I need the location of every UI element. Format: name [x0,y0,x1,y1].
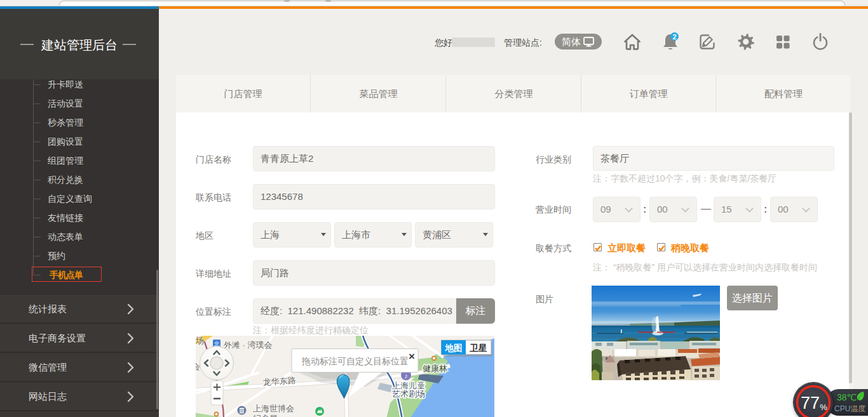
svg-text:上海世博会: 上海世博会 [253,404,294,413]
svg-text:场: 场 [196,336,204,345]
svg-text:地图: 地图 [445,343,463,353]
svg-text:%: % [820,402,827,412]
svg-text:2: 2 [672,33,676,41]
svg-text:卫星: 卫星 [470,343,488,353]
svg-text:外滩 · 湾璞会: 外滩 · 湾璞会 [223,340,273,350]
svg-text:×: × [409,350,415,362]
svg-text:♪: ♪ [404,372,408,380]
svg-text:艺术剧场: 艺术剧场 [392,389,425,399]
svg-text:健康林: 健康林 [423,364,447,373]
svg-text:会: 会 [196,362,200,371]
svg-text:纪念展: 纪念展 [253,414,278,417]
svg-text:拖动标注可自定义目标位置: 拖动标注可自定义目标位置 [301,356,409,366]
svg-text:77: 77 [801,394,820,413]
